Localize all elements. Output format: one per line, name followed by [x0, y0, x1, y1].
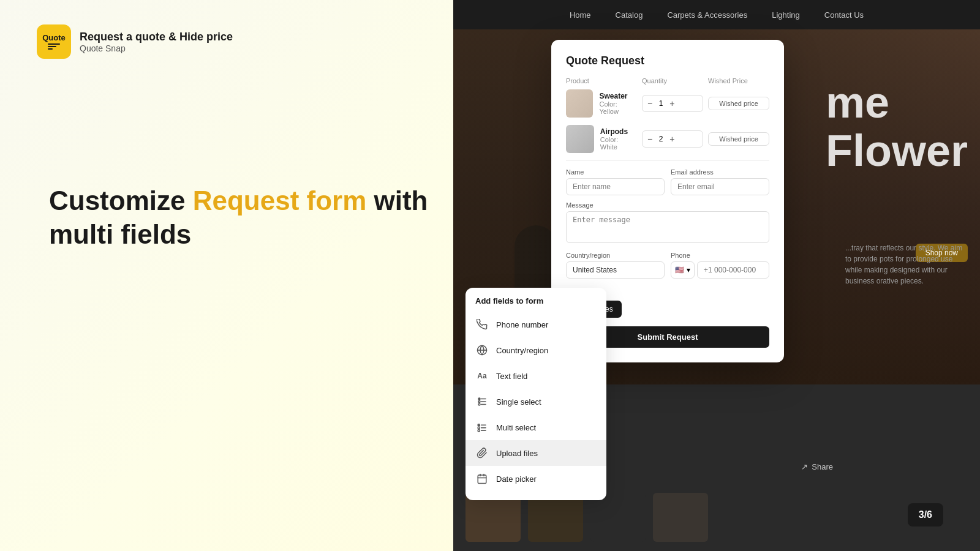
- screenshot-panel: Home Catalog Carpets & Accessories Light…: [453, 0, 980, 551]
- qty-minus-1[interactable]: −: [646, 99, 654, 108]
- col-wished: Wished Price: [708, 77, 769, 84]
- svg-rect-12: [478, 430, 480, 432]
- page-indicator: 3/6: [908, 503, 943, 527]
- flag-chevron: ▾: [687, 266, 690, 274]
- product-name-2: Airpods: [600, 127, 637, 136]
- field-item-date[interactable]: Date picker: [466, 466, 606, 492]
- svg-point-2: [478, 398, 480, 400]
- field-label-date: Date picker: [496, 474, 537, 484]
- field-label-phone: Phone number: [496, 320, 548, 329]
- phone-label: Phone: [671, 252, 769, 259]
- text-icon: Aa: [475, 369, 489, 383]
- wished-price-2[interactable]: Wished price: [708, 132, 769, 146]
- country-phone-row: Country/region United States Phone 🇺🇸 ▾: [566, 252, 769, 285]
- qty-minus-2[interactable]: −: [646, 134, 654, 144]
- qty-control-2[interactable]: − 2 +: [642, 130, 703, 148]
- qty-val-2: 2: [656, 135, 666, 143]
- share-area[interactable]: ↗ Share: [801, 462, 833, 471]
- field-item-multi[interactable]: Multi select: [466, 414, 606, 440]
- field-item-single[interactable]: Single select: [466, 389, 606, 414]
- email-label: Email address: [671, 168, 769, 176]
- desc-text: ...tray that reflects our style. We aim …: [845, 242, 968, 287]
- phone-input[interactable]: [697, 261, 769, 279]
- phone-row: 🇺🇸 ▾: [671, 261, 769, 279]
- nav-contact[interactable]: Contact Us: [824, 10, 864, 20]
- message-field-group: Message: [566, 201, 769, 252]
- logo-icon: [48, 43, 60, 50]
- panel-title: Add fields to form: [466, 296, 606, 305]
- add-fields-panel: Add fields to form Phone number Country/…: [466, 288, 606, 500]
- phone-field-group: Phone 🇺🇸 ▾: [671, 252, 769, 285]
- thumb-2[interactable]: [528, 493, 583, 542]
- country-icon: [475, 343, 489, 357]
- flag-icon: 🇺🇸: [675, 266, 684, 274]
- shop-nav: Home Catalog Carpets & Accessories Light…: [453, 0, 980, 29]
- upload-icon: [475, 446, 489, 460]
- product-variant-2: Color: White: [600, 136, 637, 151]
- divider: [566, 160, 769, 161]
- email-input[interactable]: [671, 178, 769, 195]
- app-title: Request a quote & Hide price: [80, 31, 233, 43]
- nav-catalog[interactable]: Catalog: [616, 10, 643, 20]
- qty-plus-1[interactable]: +: [668, 99, 676, 108]
- headline-suffix: with: [366, 186, 428, 216]
- nav-carpets[interactable]: Carpets & Accessories: [667, 10, 747, 20]
- app-subtitle: Quote Snap: [80, 43, 233, 53]
- name-field-group: Name: [566, 168, 665, 195]
- name-input[interactable]: [566, 178, 665, 195]
- col-quantity: Quantity: [642, 77, 703, 84]
- field-label-single: Single select: [496, 397, 541, 407]
- field-item-text[interactable]: Aa Text field: [466, 363, 606, 389]
- product-info-1: Sweater Color: Yellow: [566, 89, 637, 118]
- product-name-1: Sweater: [599, 92, 637, 100]
- field-item-country[interactable]: Country/region: [466, 337, 606, 363]
- share-icon: ↗: [801, 462, 808, 471]
- thumb-3[interactable]: [590, 493, 646, 542]
- field-label-upload: Upload files: [496, 449, 538, 458]
- product-info-2: Airpods Color: White: [566, 125, 637, 153]
- field-label-country: Country/region: [496, 346, 548, 355]
- message-label: Message: [566, 201, 769, 209]
- headline-line2: multi fields: [49, 217, 428, 251]
- header: Quote Request a quote & Hide price Quote…: [37, 24, 233, 59]
- country-select[interactable]: United States: [566, 261, 665, 279]
- message-textarea[interactable]: [566, 211, 769, 243]
- field-label-text: Text field: [496, 372, 527, 381]
- single-icon: [475, 395, 489, 408]
- svg-point-6: [478, 403, 480, 405]
- thumb-4[interactable]: [653, 493, 708, 542]
- share-label: Share: [812, 462, 833, 471]
- app-logo: Quote: [37, 24, 71, 59]
- app-title-block: Request a quote & Hide price Quote Snap: [80, 31, 233, 53]
- main-headline: Customize Request form with multi fields: [49, 184, 428, 251]
- qty-plus-2[interactable]: +: [668, 134, 676, 144]
- thumb-1[interactable]: [466, 493, 521, 542]
- multi-icon: [475, 421, 489, 434]
- name-label: Name: [566, 168, 665, 176]
- nav-lighting[interactable]: Lighting: [772, 10, 800, 20]
- svg-point-4: [478, 401, 480, 403]
- logo-text: Quote: [42, 34, 66, 42]
- country-field-group: Country/region United States: [566, 252, 665, 279]
- svg-rect-14: [478, 475, 486, 484]
- product-thumb-1: [566, 89, 593, 118]
- qty-val-1: 1: [656, 99, 666, 108]
- email-field-group: Email address: [671, 168, 769, 195]
- wished-price-1[interactable]: Wished price: [708, 97, 769, 110]
- flag-select[interactable]: 🇺🇸 ▾: [671, 261, 695, 279]
- product-thumb-2: [566, 125, 594, 153]
- name-email-row: Name Email address: [566, 168, 769, 195]
- field-item-upload[interactable]: Upload files: [466, 440, 606, 466]
- headline-accent: Request form: [193, 186, 367, 216]
- col-product: Product: [566, 77, 637, 84]
- product-row-2: Airpods Color: White − 2 + Wished price: [566, 125, 769, 153]
- field-item-phone[interactable]: Phone number: [466, 312, 606, 337]
- product-row-1: Sweater Color: Yellow − 1 + Wished price: [566, 89, 769, 118]
- country-label: Country/region: [566, 252, 665, 259]
- qty-control-1[interactable]: − 1 +: [642, 95, 703, 112]
- modal-title: Quote Request: [566, 54, 769, 67]
- modal-table-header: Product Quantity Wished Price: [566, 77, 769, 84]
- nav-home[interactable]: Home: [570, 10, 591, 20]
- phone-icon: [475, 318, 489, 331]
- headline-prefix: Customize: [49, 186, 193, 216]
